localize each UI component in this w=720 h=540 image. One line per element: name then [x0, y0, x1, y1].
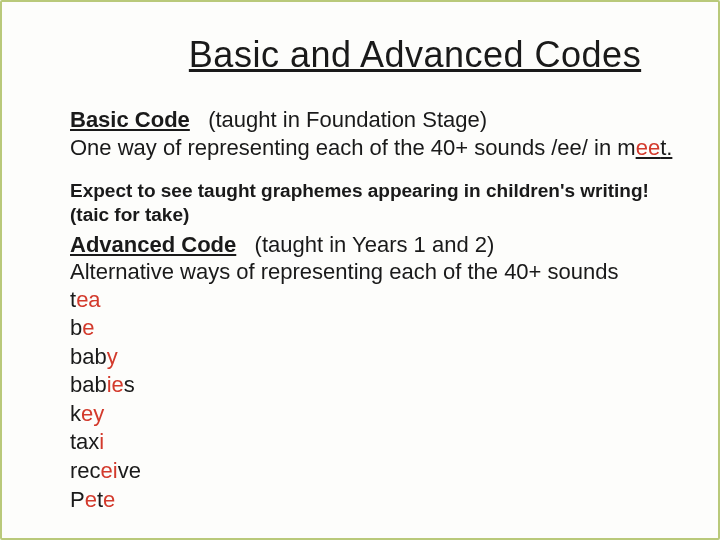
- basic-desc-highlight: ee: [636, 135, 660, 160]
- basic-desc-pre: One way of representing each of the 40+ …: [70, 135, 636, 160]
- word-item: Pete: [70, 486, 680, 515]
- slide-title: Basic and Advanced Codes: [150, 34, 680, 76]
- word-list: teabebabybabieskeytaxireceivePete: [70, 286, 680, 515]
- basic-code-taught: (taught in Foundation Stage): [208, 107, 487, 132]
- expect-note: Expect to see taught graphemes appearing…: [70, 179, 680, 227]
- advanced-code-line: Advanced Code (taught in Years 1 and 2): [70, 231, 680, 259]
- word-item: receive: [70, 457, 680, 486]
- slide-body: Basic Code (taught in Foundation Stage) …: [70, 106, 680, 514]
- basic-code-desc: One way of representing each of the 40+ …: [70, 134, 680, 162]
- word-item: key: [70, 400, 680, 429]
- slide-frame: Basic and Advanced Codes Basic Code (tau…: [0, 0, 720, 540]
- word-item: baby: [70, 343, 680, 372]
- word-item: babies: [70, 371, 680, 400]
- basic-code-heading: Basic Code: [70, 107, 190, 132]
- advanced-code-taught: (taught in Years 1 and 2): [255, 232, 495, 257]
- basic-code-line: Basic Code (taught in Foundation Stage): [70, 106, 680, 134]
- advanced-code-heading: Advanced Code: [70, 232, 236, 257]
- basic-desc-post: t.: [660, 135, 672, 160]
- advanced-code-desc: Alternative ways of representing each of…: [70, 258, 680, 286]
- word-item: taxi: [70, 428, 680, 457]
- word-item: be: [70, 314, 680, 343]
- word-item: tea: [70, 286, 680, 315]
